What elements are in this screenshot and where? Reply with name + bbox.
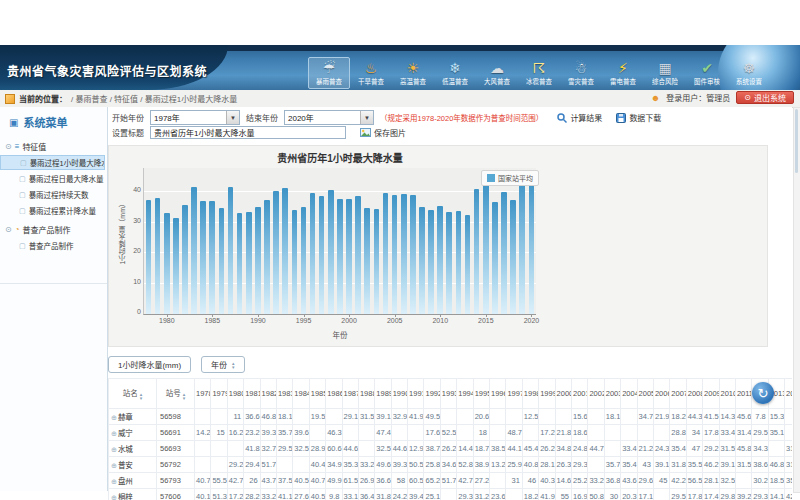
year-column-header[interactable]: 2002 [588, 379, 604, 409]
year-column-header[interactable]: 1982 [260, 379, 276, 409]
nav-map-review[interactable]: ✔图件审核 [686, 57, 728, 89]
year-column-header[interactable]: 2011 [735, 379, 751, 409]
data-table-container[interactable]: 站名 ▴▾站号 ▴▾197819791980198119821983198419… [108, 378, 792, 500]
year-column-header[interactable]: 2006 [653, 379, 669, 409]
value-cell: 50.8 [588, 489, 604, 500]
calc-result-button[interactable]: 计算结果 [557, 112, 602, 123]
year-column-header[interactable]: 1989 [375, 379, 391, 409]
sidebar-tree: ⊙≡特征值▢暴雨过程1小时最大降水量▢暴雨过程日最大降水量▢暴雨过程持续天数▢暴… [0, 136, 107, 253]
nav-hail-survey[interactable]: ☈冰雹普查 [518, 57, 560, 89]
value-cell: 35.8 [785, 473, 792, 489]
value-cell: 28.2 [244, 489, 260, 500]
station-name-cell[interactable]: ⊕水城 [109, 441, 157, 457]
sidebar-item[interactable]: ▢暴雨过程日最大降水量 [0, 171, 105, 186]
station-name: 水城 [118, 445, 133, 454]
value-cell [588, 457, 604, 473]
sort-arrows-icon[interactable]: ▴▾ [232, 361, 235, 369]
year-column-header[interactable]: 2014 [785, 379, 792, 409]
station-name-cell[interactable]: ⊕赫章 [109, 409, 157, 425]
sidebar-item[interactable]: ▢暴雨过程持续天数 [0, 187, 105, 202]
value-cell: 44.1 [506, 441, 522, 457]
year-column-header[interactable]: 1984 [293, 379, 309, 409]
value-cell: 25.8 [424, 457, 440, 473]
expand-row-icon[interactable]: ⊕ [111, 414, 117, 421]
nav-high-temp-survey[interactable]: ☀高温普查 [392, 57, 434, 89]
year-column-header[interactable]: 2007 [670, 379, 686, 409]
year-column-header[interactable]: 1981 [244, 379, 260, 409]
year-column-header[interactable]: 1991 [408, 379, 424, 409]
year-column-header[interactable]: 1997 [506, 379, 522, 409]
year-column-header[interactable]: 1996 [490, 379, 506, 409]
value-cell [768, 441, 784, 457]
year-column-header[interactable]: 1990 [391, 379, 407, 409]
value-cell: 15.6 [571, 409, 587, 425]
nav-wind-survey[interactable]: ☁大风普查 [476, 57, 518, 89]
year-column-header[interactable]: 1992 [424, 379, 440, 409]
year-column-header[interactable]: 1980 [227, 379, 243, 409]
sidebar-group-label: 普查产品制作 [23, 224, 71, 235]
nav-snow-survey[interactable]: ☃雪灾普查 [560, 57, 602, 89]
year-column-header[interactable]: 1978 [195, 379, 211, 409]
sort-arrows-icon[interactable]: ▴▾ [140, 392, 143, 400]
chevron-down-icon[interactable]: ▼ [226, 111, 239, 124]
sidebar-group[interactable]: ⊙≡特征值 [0, 136, 107, 154]
data-download-button[interactable]: 数据下载 [616, 112, 661, 123]
nav-lightning-survey[interactable]: ⚡雷电普查 [602, 57, 644, 89]
nav-rainstorm-survey[interactable]: ☔暴雨普查 [308, 57, 350, 89]
sidebar-item[interactable]: ▢暴雨过程1小时最大降水量 [0, 155, 105, 170]
year-column-header[interactable]: 1995 [473, 379, 489, 409]
year-column-header[interactable]: 1988 [358, 379, 374, 409]
chevron-down-icon[interactable]: ▼ [360, 111, 373, 124]
bar-1991 [264, 200, 270, 314]
year-column-header[interactable]: 2005 [637, 379, 653, 409]
year-column-header[interactable]: 1993 [440, 379, 456, 409]
year-column-header[interactable]: 1985 [309, 379, 325, 409]
end-year-select[interactable]: 2020年 ▼ [284, 110, 374, 125]
refresh-float-button[interactable]: ↻ [752, 382, 774, 404]
value-cell: 12.9 [408, 441, 424, 457]
scrollbar-thumb[interactable] [795, 109, 798, 173]
year-column-header[interactable]: 2010 [719, 379, 735, 409]
nav-system-settings[interactable]: ☸系统设置 [728, 57, 770, 89]
year-column-header[interactable]: 2008 [686, 379, 702, 409]
sort-arrows-icon[interactable]: ▴▾ [183, 392, 186, 400]
year-column-header[interactable]: 2001 [571, 379, 587, 409]
year-column-header[interactable]: 1979 [211, 379, 227, 409]
expand-row-icon[interactable]: ⊕ [111, 462, 117, 469]
vertical-scrollbar[interactable] [793, 107, 800, 493]
expand-row-icon[interactable]: ⊕ [111, 494, 117, 500]
station-name-cell[interactable]: ⊕威宁 [109, 425, 157, 441]
start-year-select[interactable]: 1978年 ▼ [150, 110, 240, 125]
value-cell: 19.5 [309, 409, 325, 425]
year-column-header[interactable]: 1994 [457, 379, 473, 409]
expand-row-icon[interactable]: ⊕ [111, 478, 117, 485]
year-column-header[interactable]: 2009 [703, 379, 719, 409]
station-name-cell[interactable]: ⊕普安 [109, 457, 157, 473]
year-column-header[interactable]: 2004 [621, 379, 637, 409]
nav-drought-survey[interactable]: ♨干旱普查 [350, 57, 392, 89]
year-column-header[interactable]: 2000 [555, 379, 571, 409]
nav-comprehensive-risk[interactable]: ▦综合风险 [644, 57, 686, 89]
bar-1992 [273, 191, 279, 314]
station-name-cell[interactable]: ⊕盘州 [109, 473, 157, 489]
chart-title-input[interactable] [150, 126, 346, 139]
expand-row-icon[interactable]: ⊕ [111, 446, 117, 453]
value-cell: 31.5 [719, 441, 735, 457]
year-column-header[interactable]: 1987 [342, 379, 358, 409]
save-image-button[interactable]: 保存图片 [360, 127, 406, 138]
station-name-cell[interactable]: ⊕桐梓 [109, 489, 157, 500]
year-column-header[interactable]: 2003 [604, 379, 620, 409]
station-name-header[interactable]: 站名 ▴▾ [109, 379, 157, 409]
sidebar-item[interactable]: ▢普查产品制作 [0, 238, 105, 253]
year-column-header[interactable]: 1983 [276, 379, 292, 409]
year-sort-chip[interactable]: 年份 ▴▾ [201, 356, 245, 373]
year-column-header[interactable]: 1986 [326, 379, 342, 409]
sidebar-group[interactable]: ⊙◔普查产品制作 [0, 219, 107, 237]
expand-row-icon[interactable]: ⊕ [111, 430, 117, 437]
sidebar-item[interactable]: ▢暴雨过程累计降水量 [0, 203, 105, 218]
year-column-header[interactable]: 1998 [522, 379, 538, 409]
year-column-header[interactable]: 1999 [539, 379, 555, 409]
nav-low-temp-survey[interactable]: ❄低温普查 [434, 57, 476, 89]
logout-button[interactable]: ⊙ 退出系统 [736, 91, 794, 104]
station-id-header[interactable]: 站号 ▴▾ [157, 379, 195, 409]
